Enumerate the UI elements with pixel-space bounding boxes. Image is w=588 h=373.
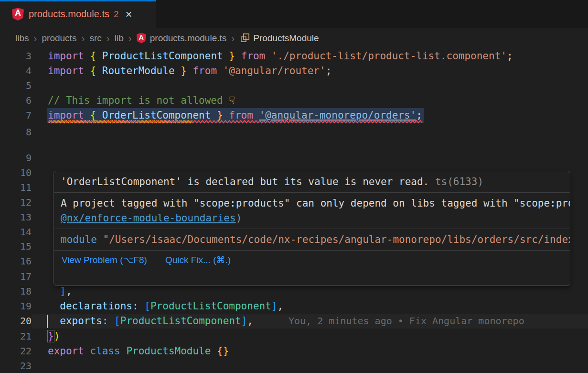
breadcrumb-item-symbol[interactable]: ProductsModule — [253, 33, 319, 44]
code-line-4[interactable]: import { RouterModule } from '@angular/r… — [48, 64, 331, 78]
line-number-12: 12 — [0, 195, 32, 210]
git-blame-annotation: You, 2 minutes ago • Fix Angular monorep… — [289, 314, 524, 329]
line-number-22: 22 — [0, 344, 32, 359]
code-line-7[interactable]: import { OrderListComponent } from '@ang… — [48, 108, 422, 123]
breadcrumb: libs › products › src › lib › A products… — [0, 28, 588, 48]
code-token: [ — [114, 315, 120, 327]
line-number-6: 6 — [0, 93, 32, 108]
code-token: : — [132, 300, 144, 312]
code-token: 'OrderListComponent' is declared but its… — [61, 176, 429, 187]
breadcrumb-item-products[interactable]: products — [42, 33, 77, 44]
tab-problems-badge: 2 — [114, 9, 119, 20]
code-token — [48, 315, 60, 327]
line-number-4: 4 — [0, 64, 32, 78]
error-hover-popup: 'OrderListComponent' is declared but its… — [53, 171, 570, 286]
code-token: A project tagged with "scope:products" c… — [61, 197, 570, 209]
code-token: } — [223, 50, 241, 62]
line-number-3: 3 — [0, 49, 32, 64]
code-token: ProductListComponent — [150, 300, 271, 312]
code-line-6[interactable]: // This import is not allowed ☟ — [48, 93, 235, 108]
line-number-8: 8 — [0, 125, 32, 140]
code-token: import — [48, 50, 90, 62]
hover-message-eslint: A project tagged with "scope:products" c… — [54, 193, 570, 229]
code-token: RouterModule — [102, 65, 175, 77]
code-token: '@angular-monorepo/orders' — [259, 110, 417, 121]
code-token: , — [278, 300, 284, 312]
code-token: : — [102, 315, 114, 327]
code-token: {} — [217, 345, 229, 357]
code-token: declarations — [60, 300, 132, 312]
code-token: from — [241, 50, 271, 62]
code-line-21[interactable]: }) — [48, 329, 60, 344]
line-number-7: 7 — [0, 108, 32, 123]
code-token: exports — [60, 315, 102, 327]
hover-status-bar: View Problem (⌥F8) Quick Fix... (⌘.) — [54, 251, 570, 269]
code-token — [48, 300, 60, 312]
code-token: { — [90, 50, 102, 62]
quick-fix-link[interactable]: Quick Fix... (⌘.) — [165, 254, 231, 265]
code-token: ) — [236, 212, 242, 224]
code-token: [ — [144, 300, 150, 312]
code-line-19[interactable]: declarations: [ProductListComponent], — [48, 299, 283, 314]
code-token: { — [90, 65, 102, 77]
code-token: ProductsModule — [126, 345, 211, 357]
code-line-18[interactable]: ], — [48, 284, 72, 299]
code-token: class — [90, 345, 127, 357]
line-number-17: 17 — [0, 269, 32, 284]
code-token: OrderListComponent — [102, 110, 211, 121]
breadcrumb-item-src[interactable]: src — [89, 33, 101, 44]
tab-products-module[interactable]: A products.module.ts 2 × — [0, 0, 156, 28]
code-token: ProductListComponent — [120, 315, 241, 327]
chevron-right-icon: › — [81, 33, 85, 44]
line-number-11: 11 — [0, 180, 32, 195]
vscode-window: A products.module.ts 2 × libs › products… — [0, 0, 588, 373]
chevron-right-icon: › — [34, 33, 37, 44]
code-token — [211, 345, 217, 357]
close-icon[interactable]: × — [126, 9, 132, 20]
line-number-14: 14 — [0, 225, 32, 240]
line-number-23: 23 — [0, 359, 32, 373]
code-token: ) — [54, 330, 60, 342]
breadcrumb-item-file[interactable]: products.module.ts — [150, 33, 227, 44]
breadcrumb-item-libs[interactable]: libs — [15, 33, 29, 44]
code-token: ] — [271, 300, 278, 312]
active-tab-accent — [0, 0, 156, 1]
code-line-3[interactable]: import { ProductListComponent } from './… — [48, 49, 513, 64]
code-token: ProductListComponent — [102, 50, 223, 62]
angular-icon: A — [12, 8, 24, 21]
chevron-right-icon: › — [128, 33, 132, 44]
line-number-9: 9 — [0, 151, 32, 165]
code-token: '@angular/router' — [223, 65, 326, 77]
chevron-right-icon: › — [231, 33, 235, 44]
hover-message-ts6133: 'OrderListComponent' is declared but its… — [54, 171, 570, 192]
code-token: ; — [416, 110, 422, 121]
code-token: // This import is not allowed — [48, 95, 229, 106]
code-token: from — [229, 110, 259, 121]
code-token: export — [48, 345, 90, 357]
code-token: ; — [326, 65, 332, 77]
code-token: ; — [507, 50, 513, 62]
code-token: ts(6133) — [429, 176, 483, 187]
view-problem-link[interactable]: View Problem (⌥F8) — [62, 254, 147, 265]
line-number-10: 10 — [0, 165, 32, 180]
tab-bar: A products.module.ts 2 × — [0, 0, 588, 28]
code-line-22[interactable]: export class ProductsModule {} — [48, 344, 229, 359]
code-token: } — [48, 330, 54, 342]
code-line-20[interactable]: exports: [ProductListComponent], — [48, 314, 253, 329]
code-token: , — [66, 285, 72, 297]
line-number-20: 20 — [0, 314, 32, 329]
code-token: './product-list/product-list.component' — [271, 50, 507, 62]
code-token — [48, 285, 60, 297]
symbol-class-icon — [240, 33, 250, 45]
code-token: { — [90, 110, 102, 121]
tab-title: products.module.ts — [29, 9, 109, 20]
code-editor[interactable]: 3import { ProductListComponent } from '.… — [0, 48, 588, 373]
chevron-right-icon: › — [107, 33, 110, 44]
angular-icon: A — [137, 33, 146, 44]
code-token: import — [48, 110, 90, 121]
code-token: from — [192, 65, 223, 77]
line-number-15: 15 — [0, 239, 32, 254]
breadcrumb-item-lib[interactable]: lib — [115, 33, 124, 44]
code-token: , — [247, 315, 253, 327]
line-number-13: 13 — [0, 210, 32, 225]
